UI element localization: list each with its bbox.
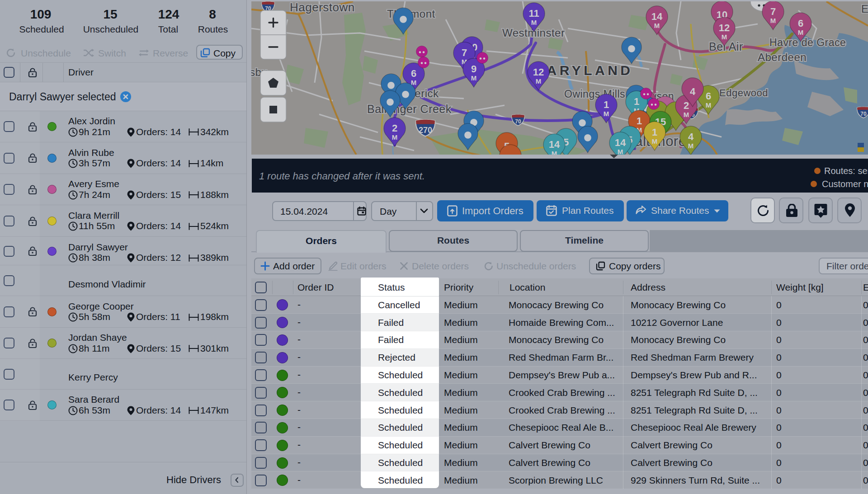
svg-text:M: M (471, 74, 477, 82)
svg-text:M: M (688, 142, 694, 150)
svg-text:1: 1 (604, 99, 609, 110)
svg-text:6: 6 (798, 18, 803, 29)
svg-text:Ballenger Creek: Ballenger Creek (367, 103, 452, 115)
svg-text:4: 4 (508, 153, 514, 155)
svg-text:M: M (618, 148, 623, 155)
svg-text:M: M (652, 137, 658, 145)
svg-text:M: M (536, 77, 542, 85)
svg-text:Edgewood: Edgewood (719, 87, 768, 99)
svg-text:14: 14 (549, 139, 560, 150)
svg-text:M: M (798, 28, 804, 36)
svg-text:1: 1 (652, 127, 657, 138)
svg-text:Hagerstown: Hagerstown (290, 1, 355, 14)
svg-text:Aberdeen: Aberdeen (758, 51, 807, 63)
svg-text:12: 12 (719, 22, 730, 33)
svg-text:6: 6 (411, 68, 416, 79)
svg-text:11: 11 (528, 8, 539, 19)
svg-text:9: 9 (471, 63, 476, 75)
svg-text:7: 7 (770, 6, 776, 17)
svg-text:270: 270 (419, 126, 432, 135)
svg-text:M: M (706, 101, 712, 109)
svg-text:M: M (722, 33, 727, 41)
svg-text:2: 2 (684, 100, 689, 111)
svg-text:M: M (531, 19, 537, 26)
svg-text:12: 12 (533, 66, 544, 78)
svg-text:Owings Mills: Owings Mills (564, 88, 625, 100)
svg-text:M: M (770, 17, 776, 24)
svg-text:Havre de Grace: Havre de Grace (769, 37, 846, 48)
svg-text:14: 14 (651, 11, 663, 22)
svg-text:M: M (654, 22, 660, 29)
svg-text:14: 14 (615, 137, 626, 148)
svg-text:1: 1 (634, 96, 639, 107)
svg-text:70: 70 (515, 118, 521, 125)
svg-text:M: M (552, 150, 557, 155)
svg-text:M: M (392, 133, 398, 141)
svg-text:El: El (861, 3, 868, 15)
svg-text:1: 1 (637, 115, 642, 127)
svg-text:70: 70 (860, 111, 867, 117)
svg-text:7: 7 (462, 47, 467, 58)
svg-text:M: M (684, 111, 689, 118)
svg-text:4: 4 (690, 86, 696, 97)
svg-text:M: M (604, 110, 609, 118)
svg-text:6: 6 (706, 90, 711, 102)
svg-text:2: 2 (392, 122, 397, 134)
svg-text:4: 4 (688, 131, 694, 142)
